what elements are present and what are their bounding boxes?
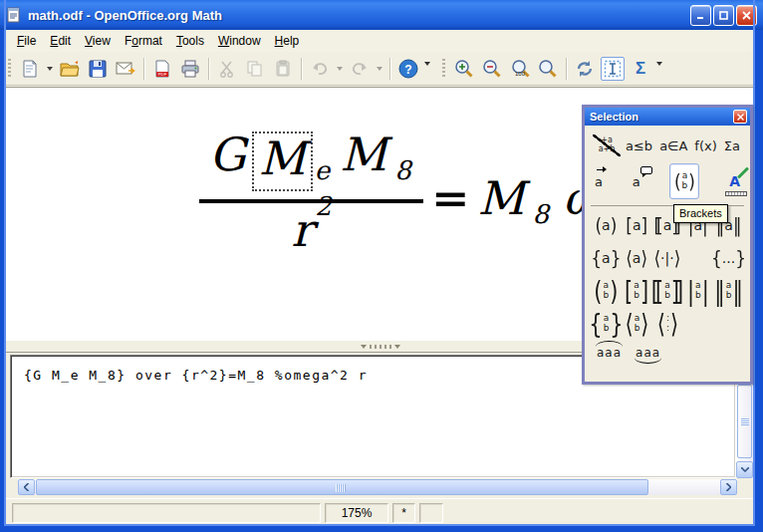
zoom-in-icon (454, 59, 474, 79)
toolbar-overflow-caret[interactable] (656, 62, 662, 66)
category-others[interactable]: a (633, 174, 640, 189)
menu-item-format[interactable]: Format (118, 32, 169, 50)
menu-item-edit[interactable]: Edit (43, 32, 78, 50)
export-pdf-button[interactable]: PDF (150, 57, 174, 81)
maximize-button[interactable] (713, 5, 734, 26)
toolbar-grip[interactable] (442, 59, 445, 79)
bracket-grid: (a)[a][[a]]|a|‖a‖{a}⟨a⟩⟨·|·⟩{...}(ab)[ab… (589, 208, 746, 366)
undo-dropdown-caret (337, 67, 343, 71)
category-set-operations[interactable]: a∈A (659, 138, 687, 153)
bracket-option[interactable]: aaa (597, 346, 622, 360)
help-icon: ? (398, 59, 418, 79)
zoom-100-button[interactable]: 100 (508, 57, 532, 81)
bracket-row: {a}⟨a⟩⟨·|·⟩{...} (589, 241, 746, 274)
formula-cursor-button[interactable] (601, 57, 625, 81)
toolbar: PDF (4, 52, 755, 86)
category-attributes[interactable]: a (595, 174, 603, 189)
undo-icon (311, 61, 329, 77)
scroll-right-button[interactable] (720, 479, 737, 495)
zoom-all-button[interactable] (536, 57, 560, 81)
zoom-all-icon (538, 59, 558, 79)
category-operators[interactable]: Σa (724, 138, 740, 153)
new-document-button[interactable] (18, 57, 42, 81)
minimize-button[interactable] (690, 5, 711, 26)
splitter-handle[interactable] (361, 345, 400, 349)
scroll-down-button[interactable] (736, 461, 753, 478)
refresh-icon (575, 60, 595, 78)
bracket-option[interactable]: [[ab]] (652, 279, 683, 303)
category-row-1: +aa+b a≤b a∈A f(x) Σa (589, 131, 746, 160)
menu-item-tools[interactable]: Tools (169, 32, 211, 50)
close-button[interactable] (736, 5, 757, 26)
toolbar-separator (301, 58, 302, 80)
zoom-out-button[interactable] (480, 57, 504, 81)
formula-M2: M (340, 132, 386, 177)
cursor-ibeam-icon (604, 60, 622, 78)
app-icon (6, 7, 22, 23)
menu-item-help[interactable]: Help (268, 32, 307, 50)
category-unary-binary-operators[interactable]: +aa+b (595, 136, 619, 154)
toolbar-overflow-caret[interactable] (424, 62, 430, 66)
zoom-in-button[interactable] (452, 57, 476, 81)
bracket-option[interactable]: ⟨::⟩ (652, 312, 683, 336)
menu-item-view[interactable]: View (78, 32, 118, 50)
palette-close-button[interactable] (733, 110, 747, 124)
print-button[interactable] (178, 57, 202, 81)
bracket-option[interactable]: ‖ab‖ (713, 279, 744, 303)
formula-fraction: G M e M 8 r 2 (199, 132, 423, 253)
zoom-100-icon: 100 (509, 59, 531, 79)
palette-title-bar[interactable]: Selection (585, 108, 750, 126)
category-relations[interactable]: a≤b (626, 138, 652, 153)
redo-dropdown-caret (377, 67, 382, 71)
help-button[interactable]: ? (396, 57, 420, 81)
chevron-right-icon (726, 483, 731, 491)
new-document-icon (21, 60, 39, 78)
formula-G: G (209, 132, 246, 177)
vertical-scrollbar-thumb[interactable] (737, 385, 752, 458)
bracket-option[interactable]: [ab] (622, 279, 652, 303)
menu-item-file[interactable]: File (10, 32, 43, 50)
save-button[interactable] (86, 57, 110, 81)
horizontal-scrollbar-thumb[interactable] (36, 479, 648, 495)
bracket-option[interactable]: aaa (636, 346, 660, 360)
zoom-out-icon (482, 59, 502, 79)
update-button[interactable] (573, 57, 597, 81)
formula-sup-2: 2 (315, 193, 332, 239)
formula-elements-button[interactable]: Σ (629, 57, 652, 81)
status-bar: 175% * (4, 498, 755, 526)
bracket-option[interactable]: ⟨·|·⟩ (652, 248, 683, 268)
toolbar-grip[interactable] (8, 59, 11, 79)
scroll-left-button[interactable] (18, 479, 35, 495)
email-button[interactable] (114, 57, 137, 81)
title-bar[interactable]: math.odf - OpenOffice.org Math (0, 0, 763, 30)
redo-button (348, 57, 372, 81)
copy-icon (246, 60, 264, 78)
category-formats[interactable]: A (729, 173, 740, 189)
paste-button (271, 57, 295, 81)
bracket-option[interactable]: {a} (591, 248, 622, 268)
bracket-option[interactable]: [a] (622, 215, 652, 235)
bracket-option[interactable]: ⟨ab⟩ (622, 312, 652, 336)
toolbar-separator (208, 58, 209, 80)
bracket-option[interactable]: ⟨a⟩ (622, 248, 652, 268)
status-zoom-panel[interactable]: 175% (325, 503, 388, 523)
category-brackets-selected[interactable]: ( ab ) (669, 163, 699, 199)
bracket-option[interactable]: (ab) (591, 279, 622, 303)
svg-text:PDF: PDF (158, 72, 167, 77)
bracket-option[interactable]: |ab| (683, 279, 714, 303)
copy-button (243, 57, 267, 81)
category-functions[interactable]: f(x) (694, 138, 716, 153)
bracket-option[interactable]: (a) (591, 215, 622, 235)
bracket-option[interactable]: {ab} (591, 312, 622, 336)
formula-sub-e: e (315, 157, 330, 183)
open-button[interactable] (58, 57, 82, 81)
cut-button (215, 57, 239, 81)
formula-r: r (291, 207, 313, 253)
sigma-icon: Σ (636, 59, 645, 79)
menu-item-window[interactable]: Window (211, 32, 268, 50)
new-dropdown-caret[interactable] (47, 67, 53, 71)
tooltip: Brackets (673, 204, 728, 223)
status-extra-panel (419, 503, 443, 523)
horizontal-scrollbar[interactable] (18, 479, 737, 495)
bracket-option[interactable]: {...} (713, 248, 744, 268)
